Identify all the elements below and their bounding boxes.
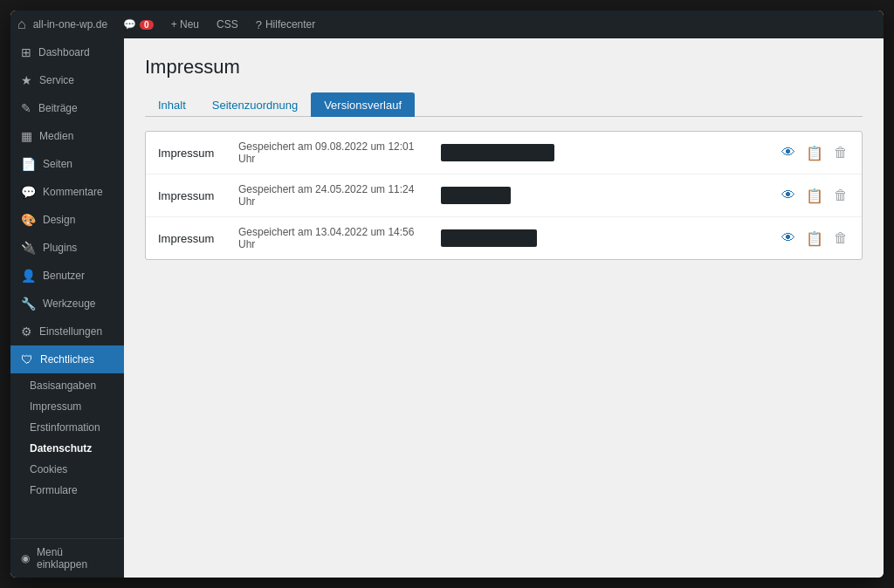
comments-icon: 💬 — [21, 185, 36, 199]
view-icon[interactable]: 👁 — [780, 186, 797, 205]
comment-icon: 💬 — [123, 18, 136, 31]
sidebar-item-design[interactable]: 🎨 Design — [10, 206, 124, 234]
css-button[interactable]: CSS — [211, 18, 244, 31]
top-bar: ⌂ all-in-one-wp.de 💬 0 + Neu CSS ? Hilfe… — [10, 10, 884, 38]
version-bar — [441, 144, 554, 161]
plugins-icon: 🔌 — [21, 241, 36, 255]
version-actions: 👁 📋 🗑 — [780, 186, 849, 206]
sidebar-item-medien[interactable]: ▦ Medien — [10, 122, 124, 150]
sidebar-item-plugins[interactable]: 🔌 Plugins — [10, 234, 124, 262]
media-icon: ▦ — [21, 129, 32, 143]
sidebar: ⊞ Dashboard ★ Service ✎ Beiträge ▦ Medie… — [10, 38, 124, 578]
sidebar-item-label: Kommentare — [43, 186, 103, 198]
restore-icon[interactable]: 📋 — [804, 186, 825, 206]
sidebar-item-label: Design — [43, 214, 75, 226]
settings-icon: ⚙ — [21, 325, 32, 338]
sidebar-submenu: Basisangaben Impressum Erstinformation D… — [10, 373, 124, 503]
version-bar — [441, 187, 511, 204]
comments-button[interactable]: 💬 0 — [118, 18, 159, 31]
delete-icon[interactable]: 🗑 — [832, 143, 849, 162]
sidebar-item-einstellungen[interactable]: ⚙ Einstellungen — [10, 318, 124, 345]
version-table: Impressum Gespeichert am 09.08.2022 um 1… — [145, 131, 863, 260]
sidebar-sub-impressum[interactable]: Impressum — [10, 396, 124, 417]
service-icon: ★ — [21, 73, 32, 87]
version-name: Impressum — [158, 232, 228, 245]
sidebar-item-label: Service — [39, 74, 74, 86]
site-name[interactable]: all-in-one-wp.de — [33, 18, 107, 31]
main-content: Impressum Inhalt Seitenzuordnung Version… — [124, 38, 884, 578]
help-button[interactable]: ? Hilfecenter — [251, 18, 321, 31]
design-icon: 🎨 — [21, 213, 36, 227]
view-icon[interactable]: 👁 — [780, 143, 797, 162]
table-row: Impressum Gespeichert am 09.08.2022 um 1… — [146, 132, 862, 174]
sidebar-item-label: Dashboard — [38, 46, 90, 58]
version-date: Gespeichert am 24.05.2022 um 11:24 Uhr — [238, 183, 430, 208]
sidebar-item-label: Benutzer — [43, 270, 85, 282]
collapse-menu: ◉ Menü einklappen — [10, 538, 124, 578]
tab-bar: Inhalt Seitenzuordnung Versionsverlauf — [145, 92, 863, 117]
tab-seitenzuordnung[interactable]: Seitenzuordnung — [199, 92, 311, 117]
version-actions: 👁 📋 🗑 — [780, 143, 849, 163]
sidebar-item-label: Einstellungen — [39, 325, 102, 338]
restore-icon[interactable]: 📋 — [804, 143, 825, 163]
posts-icon: ✎ — [21, 101, 31, 115]
sidebar-item-label: Medien — [39, 130, 73, 142]
pages-icon: 📄 — [21, 157, 36, 171]
new-button[interactable]: + Neu — [166, 18, 204, 31]
table-row: Impressum Gespeichert am 24.05.2022 um 1… — [146, 174, 862, 217]
legal-icon: 🛡 — [21, 352, 33, 366]
sidebar-item-werkzeuge[interactable]: 🔧 Werkzeuge — [10, 290, 124, 318]
sidebar-sub-datenschutz[interactable]: Datenschutz — [10, 438, 124, 459]
sidebar-item-label: Plugins — [43, 242, 77, 254]
comment-count: 0 — [140, 20, 154, 30]
delete-icon[interactable]: 🗑 — [832, 186, 849, 205]
version-actions: 👁 📋 🗑 — [780, 229, 849, 249]
sidebar-item-benutzer[interactable]: 👤 Benutzer — [10, 262, 124, 290]
collapse-icon: ◉ — [21, 552, 30, 564]
wp-logo: ⌂ — [17, 17, 26, 32]
sidebar-item-seiten[interactable]: 📄 Seiten — [10, 150, 124, 178]
sidebar-item-label: Beiträge — [38, 102, 78, 114]
dashboard-icon: ⊞ — [21, 45, 31, 59]
sidebar-item-rechtliches[interactable]: 🛡 Rechtliches — [10, 345, 124, 373]
version-date: Gespeichert am 13.04.2022 um 14:56 Uhr — [238, 226, 430, 250]
sidebar-item-label: Werkzeuge — [43, 297, 95, 310]
collapse-button[interactable]: ◉ Menü einklappen — [10, 539, 124, 578]
users-icon: 👤 — [21, 269, 36, 283]
version-bar — [441, 229, 537, 247]
version-name: Impressum — [158, 147, 228, 160]
tab-versionsverlauf[interactable]: Versionsverlauf — [311, 92, 415, 117]
page-title: Impressum — [145, 56, 863, 79]
sidebar-sub-erstinformation[interactable]: Erstinformation — [10, 417, 124, 438]
new-label: + Neu — [171, 18, 199, 31]
restore-icon[interactable]: 📋 — [804, 229, 825, 249]
version-date: Gespeichert am 09.08.2022 um 12:01 Uhr — [238, 140, 430, 165]
sidebar-sub-basisangaben[interactable]: Basisangaben — [10, 375, 124, 396]
collapse-label: Menü einklappen — [37, 546, 113, 571]
sidebar-item-kommentare[interactable]: 💬 Kommentare — [10, 178, 124, 206]
sidebar-item-dashboard[interactable]: ⊞ Dashboard — [10, 38, 124, 66]
tab-inhalt[interactable]: Inhalt — [145, 92, 199, 117]
table-row: Impressum Gespeichert am 13.04.2022 um 1… — [146, 217, 862, 259]
sidebar-item-beitraege[interactable]: ✎ Beiträge — [10, 94, 124, 122]
sidebar-item-service[interactable]: ★ Service — [10, 66, 124, 94]
sidebar-sub-cookies[interactable]: Cookies — [10, 459, 124, 480]
sidebar-sub-formulare[interactable]: Formulare — [10, 480, 124, 501]
sidebar-item-label: Seiten — [43, 158, 72, 170]
sidebar-item-label: Rechtliches — [40, 353, 94, 366]
version-name: Impressum — [158, 189, 228, 202]
delete-icon[interactable]: 🗑 — [832, 229, 849, 248]
view-icon[interactable]: 👁 — [780, 229, 797, 248]
tools-icon: 🔧 — [21, 297, 36, 311]
